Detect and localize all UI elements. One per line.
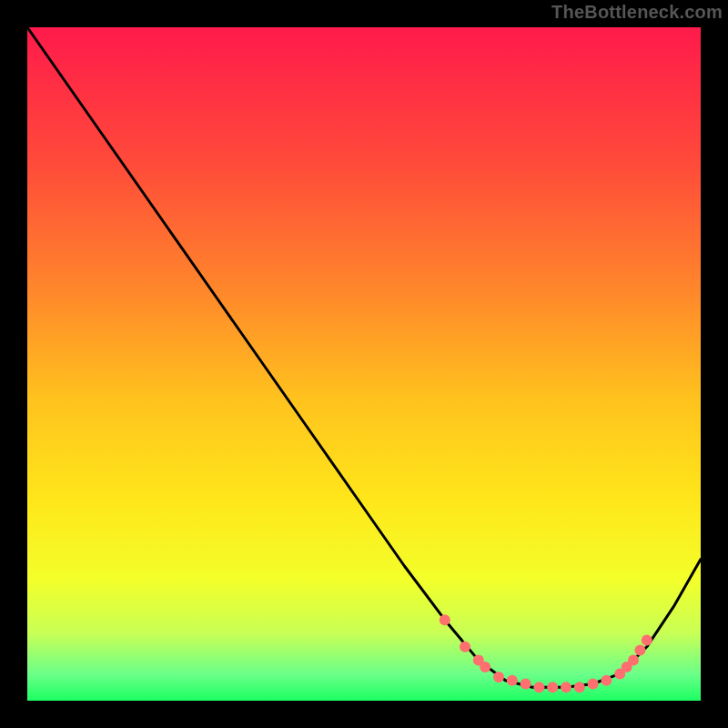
data-marker — [642, 634, 652, 645]
data-marker — [634, 645, 645, 656]
chart-svg — [27, 27, 701, 701]
data-marker — [574, 682, 585, 693]
data-marker — [561, 682, 571, 693]
chart-frame: TheBottleneck.com — [0, 0, 728, 728]
data-marker — [440, 614, 450, 625]
data-marker — [533, 682, 544, 693]
data-marker — [480, 662, 490, 672]
watermark-label: TheBottleneck.com — [551, 2, 723, 23]
gradient-background — [27, 27, 701, 701]
data-marker — [507, 675, 518, 686]
data-marker — [588, 679, 599, 690]
data-marker — [460, 642, 470, 652]
data-marker — [521, 679, 531, 690]
data-marker — [601, 675, 612, 686]
plot-area — [27, 27, 701, 701]
data-marker — [493, 672, 504, 682]
data-marker — [547, 682, 558, 693]
data-marker — [628, 655, 639, 666]
